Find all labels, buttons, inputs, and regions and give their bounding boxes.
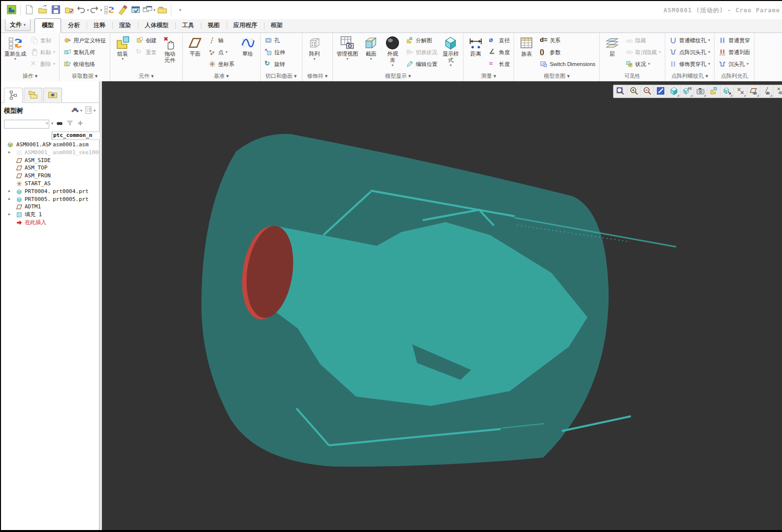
open-button[interactable]: [36, 4, 49, 17]
tree-item-ASM_SIDE[interactable]: ASM_SIDE: [1, 157, 99, 165]
tree-item-ASM0001_[interactable]: ▶ASM0001_asm0001_ske1000: [1, 149, 99, 157]
tab-分析[interactable]: 分析: [61, 19, 87, 33]
navigator-tab-tree[interactable]: [4, 88, 23, 103]
undo-button[interactable]: ▾: [76, 4, 89, 17]
tab-应用程序[interactable]: 应用程序: [227, 19, 264, 33]
angle-button[interactable]: ∠角度: [487, 46, 512, 58]
group-label[interactable]: 基准 ▾: [183, 72, 260, 81]
graphics-viewport[interactable]: AB: [102, 81, 782, 530]
vp-explode-button[interactable]: [707, 85, 720, 98]
axis-button[interactable]: 轴: [206, 34, 237, 46]
switch-dims-button[interactable]: Switch Dimensions: [537, 58, 598, 70]
diameter-button[interactable]: ⌀直径: [487, 34, 512, 46]
expand-arrow-icon[interactable]: ▶: [8, 149, 10, 157]
customize-caret-button[interactable]: ▾: [173, 4, 187, 17]
save-button[interactable]: [49, 4, 63, 17]
zoom-out-button[interactable]: [640, 85, 653, 98]
tree-item-在此插入[interactable]: 在此插入: [1, 219, 99, 227]
tab-工具[interactable]: 工具: [175, 19, 201, 33]
windows-button[interactable]: ▾: [142, 4, 156, 17]
hole-button[interactable]: 孔: [262, 34, 288, 46]
filter-button[interactable]: [65, 119, 74, 129]
refit-button[interactable]: [614, 85, 627, 98]
create-button[interactable]: 创建: [133, 34, 159, 46]
appearance-button[interactable]: 外观库▾: [382, 34, 403, 72]
tab-渲染[interactable]: 渲染: [112, 19, 138, 33]
point-button[interactable]: 点▾: [206, 46, 237, 58]
through-hole-button[interactable]: 普通贯穿: [716, 34, 752, 46]
tree-item-PRT0005.[interactable]: ▶PRT0005.prt0005.prt: [1, 196, 99, 203]
group-label[interactable]: 模型显示 ▾: [333, 72, 463, 81]
sketch-button[interactable]: 草绘: [237, 34, 259, 72]
search-caret-icon[interactable]: ▾: [51, 122, 53, 126]
deco-hole-button[interactable]: 修饰贯穿孔▾: [667, 58, 713, 70]
tree-item-ASM_FRON[interactable]: ASM_FRON: [1, 172, 99, 180]
tree-item-ASM_TOP[interactable]: ASM_TOP: [1, 164, 99, 172]
layers-button[interactable]: 层: [601, 34, 623, 72]
tree-item-PRT0004.[interactable]: ▶PRT0004.prt0004.prt: [1, 188, 99, 196]
assembly-3d-model[interactable]: [102, 81, 782, 530]
tab-视图[interactable]: 视图: [201, 19, 227, 33]
group-label[interactable]: 修饰符 ▾: [302, 72, 333, 81]
group-label[interactable]: 模型意图 ▾: [514, 72, 599, 81]
revolve-button[interactable]: ↻旋转: [262, 58, 288, 70]
tab-人体模型[interactable]: 人体模型: [138, 19, 175, 33]
zoom-in-button[interactable]: [627, 85, 640, 98]
expand-arrow-icon[interactable]: ▶: [8, 211, 10, 219]
regenerate-button[interactable]: 重新生成▾: [2, 34, 28, 72]
group-label[interactable]: 元件 ▾: [110, 72, 182, 81]
distance-button[interactable]: 距离: [465, 34, 487, 72]
edit-position-button[interactable]: 编辑位置: [403, 58, 440, 70]
navigator-tab-folder-star[interactable]: [43, 88, 62, 102]
group-label[interactable]: 获取数据 ▾: [60, 72, 110, 81]
display-style-button[interactable]: 显示样式▾: [440, 34, 461, 72]
assemble-button[interactable]: 组装▾: [112, 34, 133, 72]
csink-hole-button[interactable]: 点阵沉头孔▾: [667, 46, 713, 58]
erase-button[interactable]: [116, 4, 129, 17]
expand-arrow-icon[interactable]: ▶: [8, 188, 10, 196]
tools-button[interactable]: ▾: [70, 105, 83, 117]
family-table-button[interactable]: 族表: [516, 34, 537, 72]
tree-item-START_AS[interactable]: START_AS: [1, 180, 99, 188]
axis-display-button[interactable]: [760, 85, 773, 98]
vp-drag-button[interactable]: [720, 85, 733, 98]
tab-模型[interactable]: 模型: [34, 18, 61, 33]
point-display-button[interactable]: [773, 85, 782, 98]
copy-geometry-button[interactable]: 复制几何: [61, 46, 108, 58]
vp-display-style-button[interactable]: [667, 85, 680, 98]
tab-文件[interactable]: 文件▾: [5, 19, 31, 31]
find-button[interactable]: [55, 119, 64, 129]
tree-column-header[interactable]: ptc_common_n: [52, 132, 99, 140]
list-button[interactable]: ▾: [83, 105, 97, 117]
group-label[interactable]: 操作 ▾: [1, 72, 59, 81]
tab-注释[interactable]: 注释: [87, 19, 112, 33]
udf-button[interactable]: 用户定义特征: [61, 34, 108, 46]
regenerate-qat-button[interactable]: [102, 4, 116, 17]
clear-search-icon[interactable]: ×: [45, 120, 48, 127]
model-status-button[interactable]: [63, 4, 76, 17]
thread-hole-button[interactable]: 普通螺纹孔▾: [667, 34, 713, 46]
tab-框架[interactable]: 框架: [264, 19, 290, 33]
view-manager-button[interactable]: [693, 85, 707, 98]
close-window-button[interactable]: [156, 4, 169, 17]
add-button[interactable]: [76, 119, 85, 129]
extrude-button[interactable]: 拉伸: [262, 46, 288, 58]
relations-button[interactable]: d=关系: [537, 34, 598, 46]
manage-views-button[interactable]: 管理视图▾: [334, 34, 360, 72]
length-button[interactable]: ≈长度: [487, 58, 512, 70]
search-input[interactable]: [4, 120, 49, 129]
group-label[interactable]: 切口和曲面 ▾: [261, 72, 302, 81]
saved-orientations-button[interactable]: AB: [680, 85, 693, 98]
csys-button[interactable]: 坐标系: [206, 58, 237, 70]
explode-button[interactable]: 分解图: [403, 34, 440, 46]
tree-item-填充 1[interactable]: ▶填充 1: [1, 211, 99, 219]
plane-display-button[interactable]: [747, 85, 760, 98]
datum-display-button[interactable]: [733, 85, 747, 98]
parameters-button[interactable]: ()参数: [537, 46, 598, 58]
window-button[interactable]: [129, 4, 142, 17]
status-button[interactable]: 状况▾: [623, 58, 663, 70]
new-button[interactable]: [23, 4, 36, 17]
drag-button[interactable]: 拖动元件: [159, 34, 181, 72]
app-logo-button[interactable]: [5, 4, 18, 17]
navigator-tab-folders[interactable]: [24, 88, 42, 102]
